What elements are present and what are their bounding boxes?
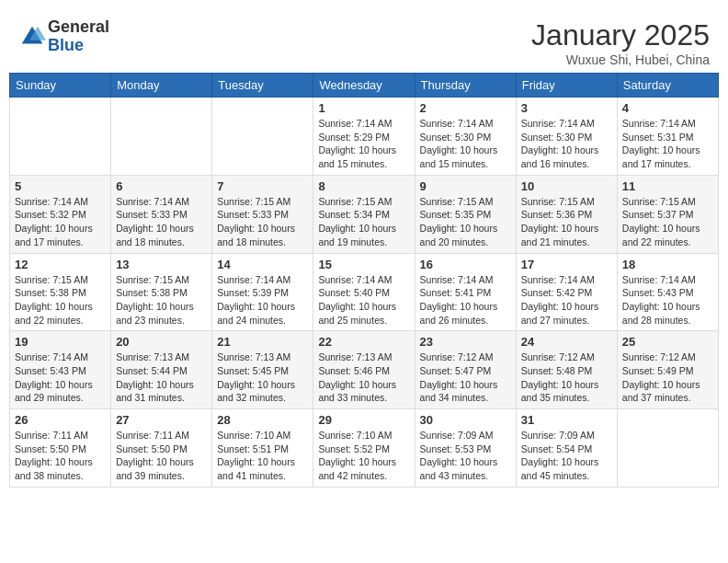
day-number: 3 [521, 101, 612, 115]
month-title: January 2025 [531, 18, 710, 52]
weekday-header-thursday: Thursday [415, 74, 516, 98]
day-info: Sunrise: 7:12 AM Sunset: 5:47 PM Dayligh… [420, 350, 511, 405]
weekday-header-row: SundayMondayTuesdayWednesdayThursdayFrid… [10, 74, 719, 98]
day-info: Sunrise: 7:11 AM Sunset: 5:50 PM Dayligh… [116, 429, 207, 483]
day-info: Sunrise: 7:09 AM Sunset: 5:53 PM Dayligh… [420, 429, 511, 483]
day-info: Sunrise: 7:14 AM Sunset: 5:29 PM Dayligh… [318, 117, 409, 171]
calendar-cell: 11Sunrise: 7:15 AM Sunset: 5:37 PM Dayli… [617, 175, 718, 253]
day-number: 29 [318, 413, 409, 427]
calendar-cell: 31Sunrise: 7:09 AM Sunset: 5:54 PM Dayli… [516, 409, 617, 488]
title-block: January 2025 Wuxue Shi, Hubei, China [531, 18, 710, 67]
day-info: Sunrise: 7:12 AM Sunset: 5:49 PM Dayligh… [622, 350, 713, 405]
day-number: 10 [521, 179, 612, 193]
calendar-cell: 2Sunrise: 7:14 AM Sunset: 5:30 PM Daylig… [415, 98, 516, 176]
day-info: Sunrise: 7:14 AM Sunset: 5:40 PM Dayligh… [318, 273, 409, 327]
day-number: 16 [420, 258, 511, 271]
calendar-cell: 12Sunrise: 7:15 AM Sunset: 5:38 PM Dayli… [10, 253, 111, 331]
calendar-cell: 13Sunrise: 7:15 AM Sunset: 5:38 PM Dayli… [111, 253, 212, 331]
day-number: 17 [521, 258, 612, 271]
day-number: 6 [116, 179, 207, 193]
calendar-cell: 28Sunrise: 7:10 AM Sunset: 5:51 PM Dayli… [212, 409, 313, 488]
day-number: 27 [116, 413, 207, 427]
day-number: 4 [622, 101, 713, 115]
day-number: 19 [15, 335, 106, 349]
calendar-week-2: 5Sunrise: 7:14 AM Sunset: 5:32 PM Daylig… [10, 175, 719, 253]
day-info: Sunrise: 7:13 AM Sunset: 5:45 PM Dayligh… [217, 350, 308, 405]
day-info: Sunrise: 7:14 AM Sunset: 5:41 PM Dayligh… [420, 273, 511, 327]
calendar-cell [111, 98, 212, 176]
calendar-week-3: 12Sunrise: 7:15 AM Sunset: 5:38 PM Dayli… [10, 253, 719, 331]
calendar-cell: 10Sunrise: 7:15 AM Sunset: 5:36 PM Dayli… [516, 175, 617, 253]
day-info: Sunrise: 7:14 AM Sunset: 5:30 PM Dayligh… [420, 117, 511, 171]
calendar-cell: 9Sunrise: 7:15 AM Sunset: 5:35 PM Daylig… [415, 175, 516, 253]
day-info: Sunrise: 7:15 AM Sunset: 5:38 PM Dayligh… [15, 273, 106, 327]
day-info: Sunrise: 7:15 AM Sunset: 5:34 PM Dayligh… [318, 195, 409, 249]
day-number: 12 [15, 258, 106, 271]
calendar-cell: 23Sunrise: 7:12 AM Sunset: 5:47 PM Dayli… [415, 331, 516, 409]
day-info: Sunrise: 7:14 AM Sunset: 5:39 PM Dayligh… [217, 273, 308, 327]
day-number: 5 [15, 179, 106, 193]
day-number: 7 [217, 179, 308, 193]
day-info: Sunrise: 7:14 AM Sunset: 5:30 PM Dayligh… [521, 117, 612, 171]
calendar-cell: 7Sunrise: 7:15 AM Sunset: 5:33 PM Daylig… [212, 175, 313, 253]
day-info: Sunrise: 7:11 AM Sunset: 5:50 PM Dayligh… [15, 429, 106, 483]
calendar-cell: 21Sunrise: 7:13 AM Sunset: 5:45 PM Dayli… [212, 331, 313, 409]
day-info: Sunrise: 7:10 AM Sunset: 5:51 PM Dayligh… [217, 429, 308, 483]
weekday-header-tuesday: Tuesday [212, 74, 313, 98]
logo-blue-text: Blue [48, 37, 109, 55]
day-number: 9 [420, 179, 511, 193]
day-number: 20 [116, 335, 207, 349]
day-info: Sunrise: 7:14 AM Sunset: 5:32 PM Dayligh… [15, 195, 106, 249]
weekday-header-sunday: Sunday [10, 74, 111, 98]
day-number: 25 [622, 335, 713, 349]
calendar-cell: 14Sunrise: 7:14 AM Sunset: 5:39 PM Dayli… [212, 253, 313, 331]
day-number: 23 [420, 335, 511, 349]
day-number: 28 [217, 413, 308, 427]
logo-general-text: General [48, 18, 109, 37]
calendar-cell: 20Sunrise: 7:13 AM Sunset: 5:44 PM Dayli… [111, 331, 212, 409]
calendar-cell: 16Sunrise: 7:14 AM Sunset: 5:41 PM Dayli… [415, 253, 516, 331]
calendar-cell [617, 409, 718, 488]
day-number: 14 [217, 258, 308, 271]
day-number: 24 [521, 335, 612, 349]
calendar-cell: 4Sunrise: 7:14 AM Sunset: 5:31 PM Daylig… [617, 98, 718, 176]
day-number: 31 [521, 413, 612, 427]
day-number: 1 [318, 101, 409, 115]
day-number: 8 [318, 179, 409, 193]
day-info: Sunrise: 7:14 AM Sunset: 5:43 PM Dayligh… [622, 273, 713, 327]
day-info: Sunrise: 7:13 AM Sunset: 5:46 PM Dayligh… [318, 350, 409, 405]
calendar-cell: 17Sunrise: 7:14 AM Sunset: 5:42 PM Dayli… [516, 253, 617, 331]
calendar-week-4: 19Sunrise: 7:14 AM Sunset: 5:43 PM Dayli… [10, 331, 719, 409]
weekday-header-friday: Friday [516, 74, 617, 98]
calendar-cell: 24Sunrise: 7:12 AM Sunset: 5:48 PM Dayli… [516, 331, 617, 409]
calendar-week-1: 1Sunrise: 7:14 AM Sunset: 5:29 PM Daylig… [10, 98, 719, 176]
day-info: Sunrise: 7:13 AM Sunset: 5:44 PM Dayligh… [116, 350, 207, 405]
day-info: Sunrise: 7:14 AM Sunset: 5:43 PM Dayligh… [15, 350, 106, 405]
calendar-cell: 26Sunrise: 7:11 AM Sunset: 5:50 PM Dayli… [10, 409, 111, 488]
logo: General Blue [18, 18, 109, 55]
calendar-cell: 5Sunrise: 7:14 AM Sunset: 5:32 PM Daylig… [10, 175, 111, 253]
calendar-cell: 1Sunrise: 7:14 AM Sunset: 5:29 PM Daylig… [313, 98, 415, 176]
weekday-header-saturday: Saturday [617, 74, 718, 98]
calendar-cell: 22Sunrise: 7:13 AM Sunset: 5:46 PM Dayli… [313, 331, 415, 409]
calendar-cell: 6Sunrise: 7:14 AM Sunset: 5:33 PM Daylig… [111, 175, 212, 253]
location-subtitle: Wuxue Shi, Hubei, China [531, 52, 710, 67]
calendar-cell [212, 98, 313, 176]
day-info: Sunrise: 7:15 AM Sunset: 5:36 PM Dayligh… [521, 195, 612, 249]
day-number: 26 [15, 413, 106, 427]
day-info: Sunrise: 7:15 AM Sunset: 5:33 PM Dayligh… [217, 195, 308, 249]
day-info: Sunrise: 7:15 AM Sunset: 5:35 PM Dayligh… [420, 195, 511, 249]
day-number: 13 [116, 258, 207, 271]
day-info: Sunrise: 7:15 AM Sunset: 5:37 PM Dayligh… [622, 195, 713, 249]
logo-icon [18, 23, 46, 51]
day-number: 2 [420, 101, 511, 115]
day-number: 11 [622, 179, 713, 193]
calendar-cell: 29Sunrise: 7:10 AM Sunset: 5:52 PM Dayli… [313, 409, 415, 488]
day-number: 18 [622, 258, 713, 271]
calendar-cell: 30Sunrise: 7:09 AM Sunset: 5:53 PM Dayli… [415, 409, 516, 488]
calendar-cell: 18Sunrise: 7:14 AM Sunset: 5:43 PM Dayli… [617, 253, 718, 331]
day-number: 15 [318, 258, 409, 271]
weekday-header-monday: Monday [111, 74, 212, 98]
day-info: Sunrise: 7:14 AM Sunset: 5:31 PM Dayligh… [622, 117, 713, 171]
day-info: Sunrise: 7:14 AM Sunset: 5:33 PM Dayligh… [116, 195, 207, 249]
